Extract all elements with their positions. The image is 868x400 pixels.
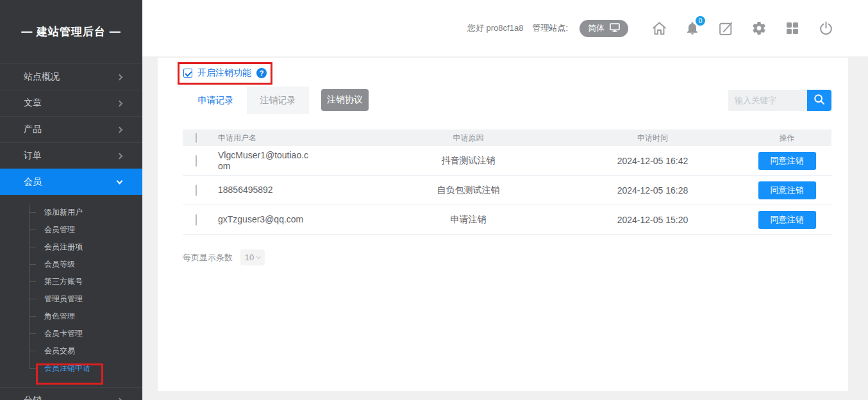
top-bar: 您好 pro8cf1a8 管理站点: 简体 0 bbox=[142, 0, 868, 56]
cell-reason: 申请注销 bbox=[374, 214, 563, 226]
app-title: — 建站管理后台 — bbox=[0, 0, 142, 63]
approve-cancellation-button[interactable]: 同意注销 bbox=[758, 211, 816, 229]
gear-icon bbox=[751, 21, 767, 36]
search-button[interactable] bbox=[807, 90, 831, 111]
search-bar bbox=[728, 90, 831, 111]
row-checkbox[interactable] bbox=[196, 214, 197, 226]
select-all-checkbox[interactable] bbox=[196, 133, 197, 143]
chevron-right-icon bbox=[117, 153, 123, 159]
cancellation-agreement-button[interactable]: 注销协议 bbox=[321, 89, 369, 111]
table-row: gxTzguser3@qq.com 申请注销 2024-12-05 15:20 … bbox=[183, 205, 831, 235]
approve-cancellation-button[interactable]: 同意注销 bbox=[758, 152, 816, 170]
language-switch-button[interactable]: 简体 bbox=[580, 20, 628, 37]
submenu-item-admin-management[interactable]: 管理员管理 bbox=[0, 290, 142, 308]
submenu-item-member-management[interactable]: 会员管理 bbox=[0, 221, 142, 238]
sidebar-item-label: 分销 bbox=[24, 395, 42, 400]
per-page-label: 每页显示条数 bbox=[183, 252, 233, 263]
cell-time: 2024-12-05 15:20 bbox=[563, 215, 742, 225]
sidebar-item-members[interactable]: 会员 bbox=[0, 169, 142, 195]
content-panel: 开启注销功能 申请记录 注销记录 注销协议 申请用户名 申请原因 申请时间 操作… bbox=[158, 58, 848, 391]
cancellation-feature-checkbox[interactable] bbox=[183, 69, 192, 78]
edit-icon bbox=[718, 21, 734, 37]
cancellation-feature-toggle[interactable]: 开启注销功能 bbox=[183, 67, 267, 79]
column-header-time: 申请时间 bbox=[563, 133, 742, 144]
chevron-down-icon bbox=[256, 254, 261, 258]
per-page-value: 10 bbox=[245, 253, 254, 262]
sidebar-item-label: 文章 bbox=[24, 97, 42, 109]
home-button[interactable] bbox=[651, 20, 667, 37]
chevron-right-icon bbox=[117, 100, 123, 106]
approve-cancellation-button[interactable]: 同意注销 bbox=[758, 181, 816, 199]
sidebar-item-products[interactable]: 产品 bbox=[0, 116, 142, 142]
cell-username: VlgcMuser1@toutiao.com bbox=[218, 150, 311, 172]
submenu-item-member-transactions[interactable]: 会员交易 bbox=[0, 342, 142, 360]
search-icon bbox=[813, 93, 826, 108]
table-header-row: 申请用户名 申请原因 申请时间 操作 bbox=[183, 129, 831, 146]
notifications-button[interactable]: 0 bbox=[684, 20, 701, 37]
tab-application-records[interactable]: 申请记录 bbox=[185, 87, 247, 114]
members-submenu: 添加新用户 会员管理 会员注册项 会员等级 第三方账号 管理员管理 角色管理 会… bbox=[0, 195, 142, 387]
sidebar-item-distribution[interactable]: 分销 bbox=[0, 387, 142, 400]
power-icon bbox=[818, 21, 834, 37]
cell-username: gxTzguser3@qq.com bbox=[218, 214, 303, 225]
sidebar-item-orders[interactable]: 订单 bbox=[0, 142, 142, 169]
home-icon bbox=[651, 21, 667, 37]
cell-reason: 自负包测试注销 bbox=[374, 185, 563, 196]
submenu-item-member-cancellation-requests[interactable]: 会员注销申请 bbox=[0, 360, 142, 377]
column-header-action: 操作 bbox=[742, 133, 831, 144]
submenu-item-third-party-accounts[interactable]: 第三方账号 bbox=[0, 273, 142, 290]
grid-icon bbox=[785, 21, 799, 35]
pagination: 每页显示条数 10 bbox=[183, 249, 265, 265]
sidebar-item-label: 订单 bbox=[24, 150, 42, 162]
submenu-item-member-levels[interactable]: 会员等级 bbox=[0, 256, 142, 273]
monitor-icon bbox=[610, 23, 620, 34]
notification-badge: 0 bbox=[696, 16, 705, 26]
managed-site-label: 管理站点: bbox=[532, 22, 568, 34]
table-row: 18856495892 自负包测试注销 2024-12-05 16:28 同意注… bbox=[183, 176, 831, 205]
submenu-item-registration-fields[interactable]: 会员注册项 bbox=[0, 238, 142, 256]
table-row: VlgcMuser1@toutiao.com 抖音测试注销 2024-12-05… bbox=[183, 146, 831, 176]
submenu-item-add-user[interactable]: 添加新用户 bbox=[0, 204, 142, 221]
per-page-select[interactable]: 10 bbox=[240, 249, 265, 265]
chevron-right-icon bbox=[117, 74, 123, 80]
tab-cancellation-records[interactable]: 注销记录 bbox=[247, 87, 309, 114]
greeting-text: 您好 pro8cf1a8 bbox=[467, 22, 523, 34]
column-header-username: 申请用户名 bbox=[213, 133, 374, 144]
submenu-item-member-cards[interactable]: 会员卡管理 bbox=[0, 325, 142, 342]
submenu-item-role-management[interactable]: 角色管理 bbox=[0, 308, 142, 325]
chevron-right-icon bbox=[117, 397, 123, 400]
cancellation-requests-table: 申请用户名 申请原因 申请时间 操作 VlgcMuser1@toutiao.co… bbox=[183, 129, 831, 235]
sidebar: — 建站管理后台 — 站点概况 文章 产品 订单 会员 添加新用户 会员管理 会… bbox=[0, 0, 142, 400]
sidebar-item-articles[interactable]: 文章 bbox=[0, 90, 142, 116]
sidebar-item-label: 产品 bbox=[24, 124, 42, 135]
settings-button[interactable] bbox=[751, 20, 767, 37]
sidebar-item-site-overview[interactable]: 站点概况 bbox=[0, 63, 142, 90]
cancellation-feature-label: 开启注销功能 bbox=[197, 67, 251, 79]
cell-time: 2024-12-05 16:28 bbox=[563, 185, 742, 196]
row-checkbox[interactable] bbox=[196, 185, 197, 196]
chevron-right-icon bbox=[117, 126, 123, 133]
chevron-down-icon bbox=[117, 178, 123, 184]
sidebar-item-label: 会员 bbox=[24, 176, 42, 188]
row-checkbox[interactable] bbox=[196, 155, 197, 167]
cell-reason: 抖音测试注销 bbox=[374, 155, 563, 167]
sidebar-item-label: 站点概况 bbox=[24, 71, 60, 83]
apps-button[interactable] bbox=[784, 20, 801, 37]
cell-username: 18856495892 bbox=[218, 185, 273, 196]
edit-site-button[interactable] bbox=[717, 20, 734, 37]
help-icon[interactable] bbox=[256, 68, 267, 78]
language-label: 简体 bbox=[588, 22, 605, 34]
cell-time: 2024-12-05 16:42 bbox=[563, 156, 742, 166]
column-header-reason: 申请原因 bbox=[374, 133, 563, 144]
search-input[interactable] bbox=[728, 90, 807, 111]
logout-button[interactable] bbox=[817, 20, 834, 37]
tab-bar: 申请记录 注销记录 注销协议 bbox=[185, 87, 369, 114]
